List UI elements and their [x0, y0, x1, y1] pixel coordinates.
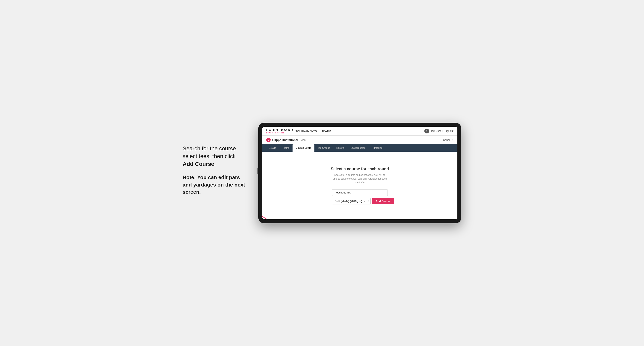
- tab-teams[interactable]: Teams: [279, 144, 292, 152]
- tournament-header: C Clippd Invitational (Men) Cancel ×: [262, 136, 458, 144]
- course-select-title: Select a course for each round: [331, 167, 389, 171]
- tablet-screen: SCOREBOARD Powered by clippd TOURNAMENTS…: [262, 127, 458, 219]
- tournament-name: Clippd Invitational: [272, 138, 298, 142]
- tab-tee-groups[interactable]: Tee Groups: [314, 144, 333, 152]
- cancel-button[interactable]: Cancel ×: [443, 138, 454, 141]
- note-text: Note: You can edit pars and yardages on …: [182, 174, 246, 195]
- instruction-bold: Add Course: [182, 161, 214, 167]
- page-wrapper: Search for the course, select tees, then…: [182, 123, 462, 223]
- course-select-description: Search for a course and select a tee. Yo…: [332, 173, 388, 185]
- tab-bar: Details Teams Course Setup Tee Groups Re…: [262, 144, 458, 152]
- tab-leaderboards[interactable]: Leaderboards: [348, 144, 368, 152]
- tab-details[interactable]: Details: [266, 144, 279, 152]
- tab-results[interactable]: Results: [333, 144, 348, 152]
- tab-course-setup[interactable]: Course Setup: [292, 144, 314, 152]
- tee-clear-button[interactable]: ×: [364, 200, 365, 203]
- course-search-input[interactable]: [332, 189, 388, 196]
- annotation-arrow: [262, 207, 302, 219]
- nav-tournaments[interactable]: TOURNAMENTS: [296, 130, 317, 133]
- cancel-icon: ×: [452, 138, 454, 141]
- sign-out-link[interactable]: Sign out: [445, 130, 454, 133]
- user-area: T Test User | Sign out: [424, 129, 454, 133]
- tournament-icon: C: [266, 138, 270, 142]
- tablet-frame: SCOREBOARD Powered by clippd TOURNAMENTS…: [258, 123, 462, 223]
- user-avatar: T: [424, 129, 429, 133]
- tablet-side-button: [258, 168, 258, 174]
- instruction-text: Search for the course, select tees, then…: [182, 145, 246, 168]
- user-name: Test User: [431, 130, 441, 133]
- instructions-panel: Search for the course, select tees, then…: [182, 145, 246, 202]
- tee-select-wrapper: × ▲ ▼: [332, 198, 370, 204]
- top-nav-links: TOURNAMENTS TEAMS: [296, 130, 331, 133]
- logo-text: SCOREBOARD Powered by clippd: [266, 128, 293, 134]
- logo-area: SCOREBOARD Powered by clippd TOURNAMENTS…: [266, 128, 331, 134]
- instruction-end: .: [214, 161, 216, 167]
- tab-printables[interactable]: Printables: [368, 144, 386, 152]
- nav-teams[interactable]: TEAMS: [322, 130, 331, 133]
- user-separator: |: [442, 130, 443, 133]
- add-course-button[interactable]: Add Course: [372, 198, 394, 204]
- tee-arrows[interactable]: ▲ ▼: [367, 199, 369, 203]
- logo-main: SCOREBOARD: [266, 128, 293, 132]
- tournament-gender: (Men): [300, 138, 306, 141]
- logo-sub: Powered by clippd: [266, 132, 293, 134]
- top-nav: SCOREBOARD Powered by clippd TOURNAMENTS…: [262, 127, 458, 136]
- tee-select-row: × ▲ ▼ Add Course: [332, 198, 388, 204]
- cancel-label: Cancel: [443, 138, 451, 141]
- main-content: Select a course for each round Search fo…: [262, 152, 458, 219]
- tournament-title-area: C Clippd Invitational (Men): [266, 138, 306, 142]
